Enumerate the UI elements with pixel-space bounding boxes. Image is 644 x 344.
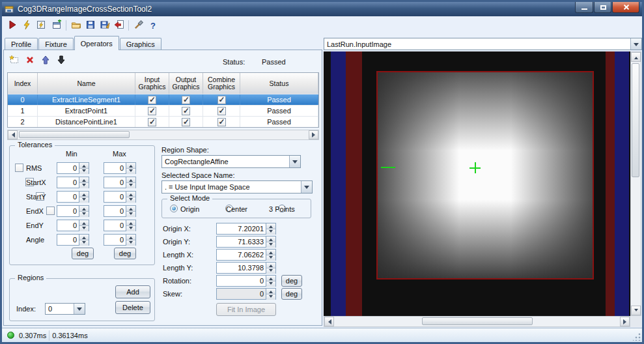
spinner[interactable] [79,234,89,246]
combine-graphics-checkbox[interactable] [217,118,226,126]
delete-operator-button[interactable] [23,54,36,67]
region-shape-combobox[interactable]: CogRectangleAffine [161,155,301,168]
spinner[interactable] [266,236,276,248]
resize-grip[interactable] [633,333,641,341]
scroll-right-button[interactable] [309,130,318,139]
selected-space-combobox[interactable]: . = Use Input Image Space [161,180,313,194]
spinner[interactable] [79,191,89,203]
endx-min-input[interactable]: 0 [57,205,79,217]
run-once-button[interactable] [20,19,33,32]
spinner[interactable] [126,191,136,203]
input-graphics-checkbox[interactable] [148,96,156,104]
new-tool-button[interactable] [50,19,63,32]
add-region-button[interactable]: Add [115,285,150,298]
column-header-name[interactable]: Name [38,73,135,94]
save-as-button[interactable] [98,19,111,32]
column-header-combine-graphics[interactable]: Combine Graphics [203,73,240,94]
min-deg-button[interactable]: deg [72,248,94,259]
table-row[interactable]: 1 ExtractPoint1 Passed [8,105,318,116]
run-button[interactable] [6,19,19,32]
combine-graphics-checkbox[interactable] [217,96,226,104]
starty-max-input[interactable]: 0 [104,191,126,203]
tab-graphics[interactable]: Graphics [120,38,161,50]
origin-radio[interactable] [170,205,178,212]
endx-max-input[interactable]: 0 [104,205,126,217]
delete-region-button[interactable]: Delete [115,301,150,314]
spinner[interactable] [126,177,136,188]
save-button[interactable] [84,19,97,32]
dropdown-arrow-icon[interactable] [74,304,85,314]
combine-graphics-checkbox[interactable] [217,107,226,115]
maximize-button[interactable] [594,2,611,13]
spinner[interactable] [126,220,136,231]
skew-deg-button[interactable]: deg [281,288,302,300]
endx-checkbox[interactable] [46,207,55,215]
dropdown-arrow-icon[interactable] [301,181,312,193]
scroll-right-button[interactable] [620,317,630,326]
tab-profile[interactable]: Profile [5,38,38,50]
origin-y-input[interactable]: 71.6333 [216,236,266,248]
spinner[interactable] [126,162,136,174]
spinner[interactable] [266,223,276,235]
import-button[interactable] [113,19,126,32]
dropdown-arrow-icon[interactable] [289,156,300,167]
output-graphics-checkbox[interactable] [182,118,190,126]
table-row[interactable]: 0 ExtractLineSegment1 Passed [8,94,318,105]
angle-min-input[interactable]: 0 [57,234,79,246]
length-y-input[interactable]: 10.3798 [216,262,266,274]
viewer-horizontal-scrollbar[interactable] [324,316,630,327]
spinner[interactable] [126,234,136,246]
spinner[interactable] [266,249,276,261]
open-button[interactable] [70,19,83,32]
move-down-button[interactable] [55,54,68,67]
starty-min-input[interactable]: 0 [57,191,79,203]
region-index-combobox[interactable]: 0 [45,303,85,315]
minimize-button[interactable] [575,2,593,13]
rms-checkbox[interactable] [15,164,23,172]
output-graphics-checkbox[interactable] [182,96,190,104]
column-header-index[interactable]: Index [8,73,38,94]
fit-in-image-button[interactable]: Fit In Image [216,303,276,316]
spinner[interactable] [79,205,89,217]
add-operator-button[interactable] [8,54,21,67]
viewer-vertical-scrollbar[interactable] [630,51,641,316]
input-graphics-checkbox[interactable] [148,118,156,126]
help-button[interactable]: ? [147,19,160,32]
image-canvas[interactable] [324,51,630,316]
scroll-left-button[interactable] [8,130,18,139]
dropdown-arrow-icon[interactable] [630,38,641,50]
endy-max-input[interactable]: 0 [104,220,126,231]
scrollbar-thumb[interactable] [19,131,130,138]
column-header-output-graphics[interactable]: Output Graphics [169,73,203,94]
rotation-input[interactable]: 0 [216,275,266,287]
rms-max-input[interactable]: 0 [104,162,126,174]
spinner[interactable] [266,275,276,287]
column-header-input-graphics[interactable]: Input Graphics [135,73,169,94]
table-horizontal-scrollbar[interactable] [7,130,319,140]
scrollbar-thumb[interactable] [632,63,639,177]
live-run-button[interactable] [35,19,48,32]
green-marker-cross-v[interactable] [475,162,476,173]
scroll-left-button[interactable] [324,317,334,326]
display-source-combobox[interactable]: LastRun.InputImage [324,38,642,50]
spinner[interactable] [79,177,89,188]
spinner[interactable] [79,220,89,231]
startx-max-input[interactable]: 0 [104,177,126,188]
length-x-input[interactable]: 7.06262 [216,249,266,261]
rotation-deg-button[interactable]: deg [281,275,302,287]
spinner[interactable] [266,262,276,274]
max-deg-button[interactable]: deg [114,248,136,259]
move-up-button[interactable] [39,54,52,67]
title-bar[interactable]: Cog3DRangeImageCrossSectionTool2 [2,2,642,16]
startx-min-input[interactable]: 0 [57,177,79,188]
green-marker-line[interactable] [381,167,395,168]
tools-button[interactable] [132,19,145,32]
endy-min-input[interactable]: 0 [57,220,79,231]
scroll-up-button[interactable] [631,52,641,62]
spinner[interactable] [126,205,136,217]
output-graphics-checkbox[interactable] [182,107,190,115]
column-header-status[interactable]: Status [240,73,318,94]
scrollbar-thumb[interactable] [422,317,533,325]
rms-min-input[interactable]: 0 [57,162,79,174]
tab-operators[interactable]: Operators [74,36,119,50]
